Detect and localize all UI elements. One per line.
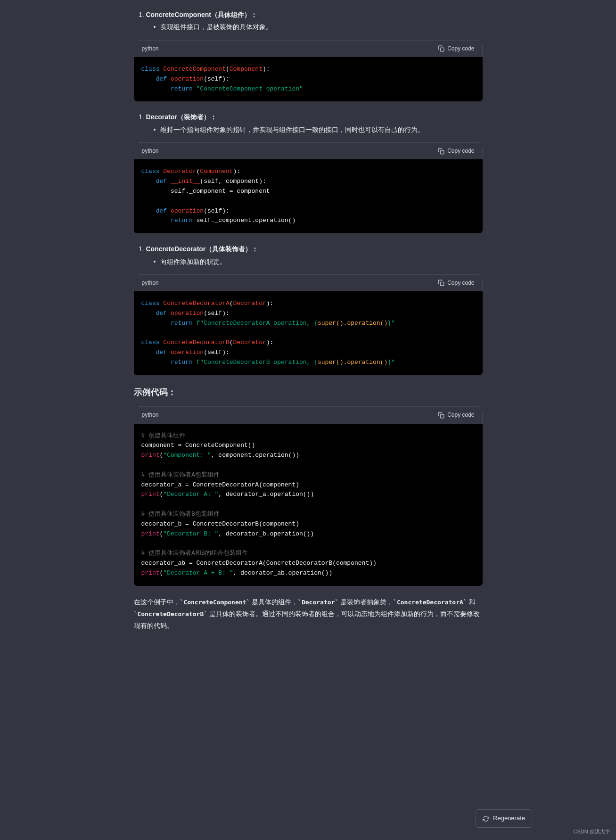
copy-code-button[interactable]: Copy code <box>438 147 474 156</box>
code-block-2: python Copy code class Decorator(Compone… <box>134 142 483 233</box>
code-lang-label: python <box>142 279 159 288</box>
clipboard-icon <box>438 45 444 52</box>
list-item-2: Decorator（装饰者）： 维持一个指向组件对象的指针，并实现与组件接口一致… <box>134 112 483 135</box>
code-content[interactable]: class ConcreteComponent(Component): def … <box>134 57 483 101</box>
svg-rect-1 <box>440 150 444 154</box>
copy-label: Copy code <box>447 147 474 156</box>
code-lang-label: python <box>142 147 159 156</box>
inline-code: `ConcreteComponent` <box>180 599 250 606</box>
copy-label: Copy code <box>447 44 474 53</box>
item-desc-1: 实现组件接口，是被装饰的具体对象。 <box>154 22 483 32</box>
clipboard-icon <box>438 148 444 155</box>
code-block-3: python Copy code class ConcreteDecorator… <box>134 274 483 375</box>
explanation-paragraph: 在这个例子中，`ConcreteComponent` 是具体的组件，`Decor… <box>134 596 483 632</box>
copy-label: Copy code <box>447 279 474 288</box>
svg-rect-3 <box>440 414 444 418</box>
copy-code-button[interactable]: Copy code <box>438 411 474 420</box>
item-title-2: Decorator（装饰者）： <box>146 113 217 121</box>
copy-code-button[interactable]: Copy code <box>438 279 474 288</box>
list-item-3: ConcreteDecorator（具体装饰者）： 向组件添加新的职责。 <box>134 244 483 267</box>
code-block-4: python Copy code # 创建具体组件 component = Co… <box>134 406 483 585</box>
code-header: python Copy code <box>134 274 483 291</box>
content-container: ConcreteComponent（具体组件）： 实现组件接口，是被装饰的具体对… <box>124 9 492 632</box>
copy-label: Copy code <box>447 411 474 420</box>
clipboard-icon <box>438 280 444 286</box>
copy-code-button[interactable]: Copy code <box>438 44 474 53</box>
code-header: python Copy code <box>134 40 483 57</box>
inline-code: `ConcreteDecoratorA` <box>393 599 467 606</box>
inline-code: `ConcreteDecoratorB` <box>134 610 208 618</box>
code-content[interactable]: class ConcreteDecoratorA(Decorator): def… <box>134 291 483 375</box>
code-lang-label: python <box>142 44 159 53</box>
item-desc-2: 维持一个指向组件对象的指针，并实现与组件接口一致的接口，同时也可以有自己的行为。 <box>154 124 483 135</box>
code-block-1: python Copy code class ConcreteComponent… <box>134 40 483 102</box>
list-item-1: ConcreteComponent（具体组件）： 实现组件接口，是被装饰的具体对… <box>134 9 483 33</box>
code-header: python Copy code <box>134 142 483 159</box>
clipboard-icon <box>438 412 444 419</box>
code-lang-label: python <box>142 411 159 420</box>
code-header: python Copy code <box>134 406 483 423</box>
code-content[interactable]: # 创建具体组件 component = ConcreteComponent()… <box>134 424 483 586</box>
svg-rect-2 <box>440 282 444 286</box>
svg-rect-0 <box>440 48 444 52</box>
item-desc-3: 向组件添加新的职责。 <box>154 256 483 267</box>
item-title-1: ConcreteComponent（具体组件）： <box>146 11 257 18</box>
item-title-3: ConcreteDecorator（具体装饰者）： <box>146 245 259 253</box>
section-title: 示例代码： <box>134 386 483 399</box>
code-content[interactable]: class Decorator(Component): def __init__… <box>134 159 483 233</box>
inline-code: `Decorator` <box>298 599 338 606</box>
